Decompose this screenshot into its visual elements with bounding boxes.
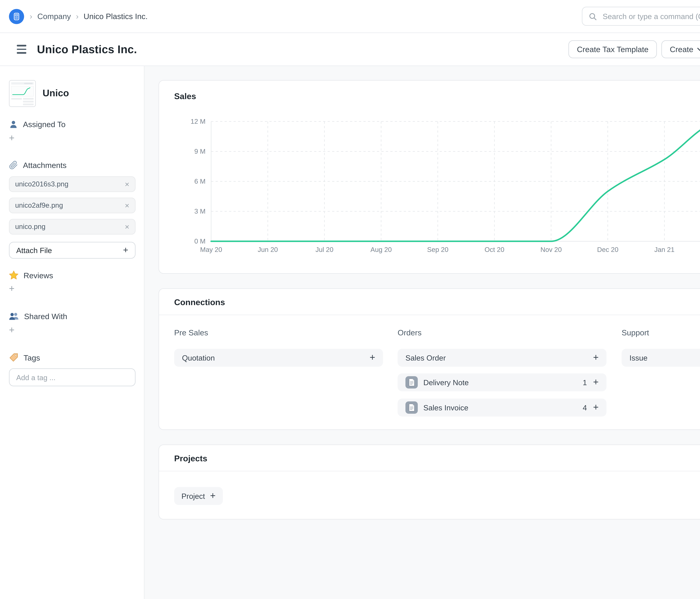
column-heading: Orders	[398, 328, 422, 337]
x-axis-label: Jul 20	[316, 246, 333, 253]
main-content: Sales 12 M9 M6 M3 M0 MMay 20Jun 20Jul 20…	[145, 66, 700, 599]
connections-title: Connections	[174, 297, 225, 307]
attachment-item[interactable]: unico.png ×	[9, 219, 135, 235]
app-logo[interactable]	[9, 9, 24, 24]
projects-header: Projects	[159, 445, 700, 471]
create-label: Create	[670, 45, 693, 54]
sales-line-chart: 12 M9 M6 M3 M0 MMay 20Jun 20Jul 20Aug 20…	[159, 81, 700, 265]
company-logo-image[interactable]	[9, 80, 36, 107]
breadcrumb-item-company[interactable]: Company	[38, 12, 71, 21]
attach-file-button[interactable]: Attach File +	[9, 242, 135, 259]
plus-icon[interactable]: +	[593, 352, 599, 363]
plus-icon: +	[123, 245, 128, 255]
connections-header: Connections	[159, 289, 700, 315]
x-axis-label: Dec 20	[597, 246, 618, 253]
add-tag-input[interactable]	[9, 368, 135, 386]
sidebar-toggle-button[interactable]	[17, 45, 26, 54]
attachment-file-name[interactable]: unico2af9e.png	[15, 202, 63, 209]
link-label: Quotation	[182, 354, 215, 362]
document-icon	[405, 401, 418, 414]
delivery-note-link[interactable]: Delivery Note 1 +	[398, 373, 606, 391]
search-input[interactable]	[602, 11, 700, 21]
breadcrumb-item-current[interactable]: Unico Plastics Inc.	[83, 12, 148, 21]
tags-label: Tags	[24, 353, 40, 362]
shared-with-section: Shared With	[9, 312, 67, 321]
navbar: › Company › Unico Plastics Inc. Help	[0, 0, 700, 33]
link-label: Delivery Note	[423, 378, 469, 387]
link-label: Project	[181, 492, 205, 500]
attachment-item[interactable]: unico2af9e.png ×	[9, 198, 135, 213]
plus-icon[interactable]: +	[593, 402, 599, 413]
link-label: Issue	[629, 354, 648, 362]
breadcrumb-separator: ›	[76, 12, 78, 21]
plus-icon[interactable]: +	[370, 352, 375, 363]
calculator-icon	[12, 11, 21, 21]
remove-attachment-icon[interactable]: ×	[125, 222, 129, 231]
column-heading: Support	[622, 328, 649, 337]
screen: › Company › Unico Plastics Inc. Help	[0, 0, 700, 599]
quotation-link[interactable]: Quotation +	[174, 349, 383, 367]
link-label: Sales Order	[405, 354, 446, 362]
sales-invoice-count: 4	[583, 403, 587, 412]
x-axis-label: Jun 20	[258, 246, 278, 253]
chevron-down-icon	[697, 47, 700, 51]
sales-chart-card: Sales 12 M9 M6 M3 M0 MMay 20Jun 20Jul 20…	[158, 80, 700, 274]
delivery-note-count: 1	[583, 378, 587, 387]
breadcrumb-separator: ›	[30, 12, 32, 21]
remove-attachment-icon[interactable]: ×	[125, 180, 129, 189]
y-axis-label: 3 M	[194, 208, 205, 215]
y-axis-label: 12 M	[191, 118, 205, 125]
projects-card: Projects Project +	[158, 444, 700, 520]
project-link[interactable]: Project +	[174, 487, 223, 505]
add-review-button[interactable]: +	[9, 285, 15, 293]
global-search[interactable]	[582, 7, 700, 26]
x-axis-label: Oct 20	[484, 246, 504, 253]
attachment-item[interactable]: unico2016s3.png ×	[9, 176, 135, 192]
y-axis-label: 9 M	[194, 148, 205, 155]
app-viewport: › Company › Unico Plastics Inc. Help	[0, 0, 700, 599]
page-actions: Create Tax Template Create	[569, 40, 700, 58]
x-axis-label: Nov 20	[541, 246, 562, 253]
search-icon	[589, 12, 597, 21]
company-logo-thumbnail	[9, 81, 35, 106]
breadcrumb: › Company › Unico Plastics Inc.	[30, 12, 148, 21]
projects-title: Projects	[174, 453, 207, 463]
page-header: Unico Plastics Inc. Create Tax Template …	[0, 33, 700, 66]
create-tax-template-button[interactable]: Create Tax Template	[569, 40, 657, 58]
plus-icon[interactable]: +	[593, 377, 599, 388]
y-axis-label: 6 M	[194, 178, 205, 185]
user-icon	[9, 120, 18, 129]
y-axis-label: 0 M	[194, 237, 205, 245]
users-icon	[9, 312, 19, 321]
issue-link[interactable]: Issue +	[622, 349, 700, 367]
tag-icon	[9, 353, 19, 362]
page-title: Unico Plastics Inc.	[37, 43, 137, 56]
attachment-file-name[interactable]: unico2016s3.png	[15, 180, 69, 188]
add-share-button[interactable]: +	[9, 327, 15, 334]
tags-section: Tags	[9, 353, 40, 362]
navbar-right: Help BS	[582, 7, 700, 26]
company-name: Unico	[43, 80, 69, 107]
attachments-section: Attachments	[9, 161, 67, 170]
reviews-section: Reviews	[9, 270, 53, 280]
create-button[interactable]: Create	[661, 40, 700, 58]
form-sidebar: Unico Assigned To + Attachments unico201…	[0, 66, 145, 599]
document-icon	[405, 376, 418, 389]
x-axis-label: Aug 20	[371, 246, 392, 253]
plus-icon[interactable]: +	[210, 490, 216, 502]
column-heading: Pre Sales	[174, 328, 208, 337]
sales-order-link[interactable]: Sales Order +	[398, 349, 606, 367]
star-icon	[9, 270, 19, 280]
x-axis-label: Sep 20	[427, 246, 448, 253]
paperclip-icon	[9, 161, 18, 170]
connections-card: Connections Pre Sales Quotation + Orders	[158, 288, 700, 430]
attachment-file-name[interactable]: unico.png	[15, 223, 46, 231]
x-axis-label: May 20	[200, 246, 222, 253]
sales-invoice-link[interactable]: Sales Invoice 4 +	[398, 398, 606, 417]
remove-attachment-icon[interactable]: ×	[125, 201, 129, 210]
add-assignment-button[interactable]: +	[9, 134, 15, 142]
x-axis-label: Jan 21	[654, 246, 675, 253]
assigned-to-label: Assigned To	[23, 120, 66, 129]
link-label: Sales Invoice	[423, 403, 468, 412]
attachments-label: Attachments	[23, 161, 67, 170]
